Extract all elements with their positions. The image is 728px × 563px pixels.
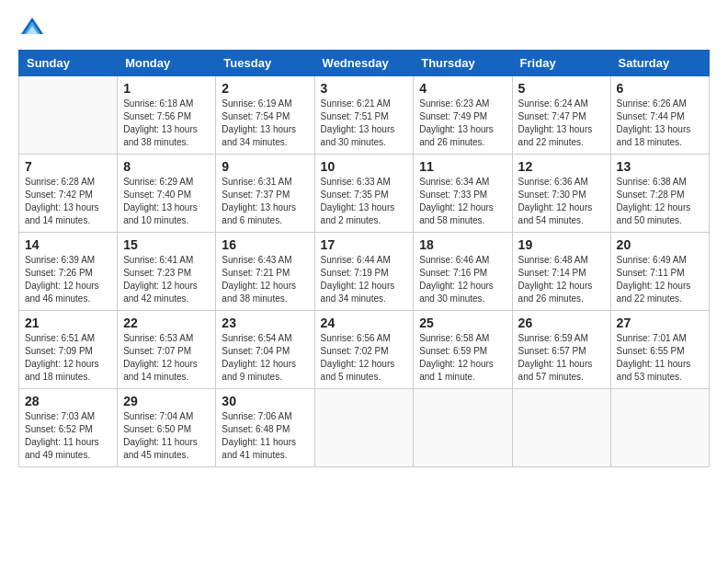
calendar-cell: 28Sunrise: 7:03 AMSunset: 6:52 PMDayligh…: [19, 389, 118, 467]
day-info: Sunrise: 6:31 AMSunset: 7:37 PMDaylight:…: [222, 176, 308, 227]
day-number: 20: [617, 237, 703, 252]
day-info: Sunrise: 6:36 AMSunset: 7:30 PMDaylight:…: [518, 176, 605, 227]
calendar-cell: 26Sunrise: 6:59 AMSunset: 6:57 PMDayligh…: [512, 311, 610, 389]
day-number: 6: [617, 81, 703, 96]
day-info: Sunrise: 6:56 AMSunset: 7:02 PMDaylight:…: [321, 332, 408, 384]
day-info: Sunrise: 6:53 AMSunset: 7:07 PMDaylight:…: [123, 332, 210, 384]
calendar-cell: 9Sunrise: 6:31 AMSunset: 7:37 PMDaylight…: [216, 155, 314, 233]
calendar-cell: 13Sunrise: 6:38 AMSunset: 7:28 PMDayligh…: [610, 155, 709, 233]
day-number: 30: [222, 394, 308, 408]
day-info: Sunrise: 6:48 AMSunset: 7:14 PMDaylight:…: [518, 254, 605, 305]
calendar-cell: 25Sunrise: 6:58 AMSunset: 6:59 PMDayligh…: [414, 311, 512, 389]
day-number: 29: [123, 394, 210, 408]
day-info: Sunrise: 6:24 AMSunset: 7:47 PMDaylight:…: [518, 98, 605, 149]
day-number: 7: [25, 159, 111, 174]
calendar-cell: 3Sunrise: 6:21 AMSunset: 7:51 PMDaylight…: [314, 76, 414, 155]
day-info: Sunrise: 7:06 AMSunset: 6:48 PMDaylight:…: [222, 410, 308, 462]
day-number: 2: [222, 81, 308, 96]
day-info: Sunrise: 6:44 AMSunset: 7:19 PMDaylight:…: [321, 254, 408, 305]
calendar-cell: 6Sunrise: 6:26 AMSunset: 7:44 PMDaylight…: [610, 76, 709, 155]
day-number: 17: [321, 237, 408, 252]
day-info: Sunrise: 6:34 AMSunset: 7:33 PMDaylight:…: [419, 176, 506, 227]
day-info: Sunrise: 6:19 AMSunset: 7:54 PMDaylight:…: [222, 98, 308, 149]
day-number: 3: [321, 81, 408, 96]
day-info: Sunrise: 6:29 AMSunset: 7:40 PMDaylight:…: [123, 176, 210, 227]
day-number: 24: [321, 316, 408, 330]
calendar-cell: [314, 389, 414, 467]
calendar-cell: 22Sunrise: 6:53 AMSunset: 7:07 PMDayligh…: [118, 311, 216, 389]
day-number: 15: [123, 237, 210, 252]
day-number: 4: [419, 81, 506, 96]
calendar-cell: 21Sunrise: 6:51 AMSunset: 7:09 PMDayligh…: [19, 311, 118, 389]
day-number: 26: [518, 316, 605, 330]
column-header-friday: Friday: [512, 51, 610, 76]
calendar-cell: 18Sunrise: 6:46 AMSunset: 7:16 PMDayligh…: [414, 233, 512, 311]
day-number: 22: [123, 316, 210, 330]
day-info: Sunrise: 6:49 AMSunset: 7:11 PMDaylight:…: [617, 254, 703, 305]
day-info: Sunrise: 6:18 AMSunset: 7:56 PMDaylight:…: [123, 98, 210, 149]
day-info: Sunrise: 7:04 AMSunset: 6:50 PMDaylight:…: [123, 410, 210, 462]
column-header-monday: Monday: [118, 51, 216, 76]
calendar-cell: 20Sunrise: 6:49 AMSunset: 7:11 PMDayligh…: [610, 233, 709, 311]
calendar-cell: 1Sunrise: 6:18 AMSunset: 7:56 PMDaylight…: [118, 76, 216, 155]
calendar-cell: 7Sunrise: 6:28 AMSunset: 7:42 PMDaylight…: [19, 155, 118, 233]
day-number: 1: [123, 81, 210, 96]
day-number: 8: [123, 159, 210, 174]
day-info: Sunrise: 6:46 AMSunset: 7:16 PMDaylight:…: [419, 254, 506, 305]
day-number: 9: [222, 159, 308, 174]
day-info: Sunrise: 6:39 AMSunset: 7:26 PMDaylight:…: [25, 254, 111, 305]
day-number: 12: [518, 159, 605, 174]
calendar-table: SundayMondayTuesdayWednesdayThursdayFrid…: [18, 50, 710, 467]
calendar-cell: 14Sunrise: 6:39 AMSunset: 7:26 PMDayligh…: [19, 233, 118, 311]
calendar-week-row: 28Sunrise: 7:03 AMSunset: 6:52 PMDayligh…: [19, 389, 710, 467]
day-number: 5: [518, 81, 605, 96]
day-info: Sunrise: 6:54 AMSunset: 7:04 PMDaylight:…: [222, 332, 308, 384]
calendar-cell: [512, 389, 610, 467]
logo: [18, 15, 50, 42]
calendar-week-row: 14Sunrise: 6:39 AMSunset: 7:26 PMDayligh…: [19, 233, 710, 311]
calendar-cell: 30Sunrise: 7:06 AMSunset: 6:48 PMDayligh…: [216, 389, 314, 467]
page-header: [18, 15, 710, 42]
calendar-cell: 24Sunrise: 6:56 AMSunset: 7:02 PMDayligh…: [314, 311, 414, 389]
calendar-cell: 2Sunrise: 6:19 AMSunset: 7:54 PMDaylight…: [216, 76, 314, 155]
day-info: Sunrise: 7:03 AMSunset: 6:52 PMDaylight:…: [25, 410, 111, 462]
day-number: 18: [419, 237, 506, 252]
day-info: Sunrise: 6:21 AMSunset: 7:51 PMDaylight:…: [321, 98, 408, 149]
day-info: Sunrise: 6:28 AMSunset: 7:42 PMDaylight:…: [25, 176, 111, 227]
day-info: Sunrise: 6:33 AMSunset: 7:35 PMDaylight:…: [321, 176, 408, 227]
column-header-sunday: Sunday: [19, 51, 118, 76]
day-number: 25: [419, 316, 506, 330]
calendar-cell: 11Sunrise: 6:34 AMSunset: 7:33 PMDayligh…: [414, 155, 512, 233]
day-info: Sunrise: 6:51 AMSunset: 7:09 PMDaylight:…: [25, 332, 111, 384]
calendar-cell: 12Sunrise: 6:36 AMSunset: 7:30 PMDayligh…: [512, 155, 610, 233]
column-header-wednesday: Wednesday: [314, 51, 414, 76]
day-info: Sunrise: 6:26 AMSunset: 7:44 PMDaylight:…: [617, 98, 703, 149]
day-number: 21: [25, 316, 111, 330]
calendar-cell: 29Sunrise: 7:04 AMSunset: 6:50 PMDayligh…: [118, 389, 216, 467]
calendar-week-row: 21Sunrise: 6:51 AMSunset: 7:09 PMDayligh…: [19, 311, 710, 389]
calendar-cell: 19Sunrise: 6:48 AMSunset: 7:14 PMDayligh…: [512, 233, 610, 311]
calendar-cell: 4Sunrise: 6:23 AMSunset: 7:49 PMDaylight…: [414, 76, 512, 155]
day-number: 19: [518, 237, 605, 252]
calendar-cell: 5Sunrise: 6:24 AMSunset: 7:47 PMDaylight…: [512, 76, 610, 155]
calendar-cell: [610, 389, 709, 467]
calendar-cell: 16Sunrise: 6:43 AMSunset: 7:21 PMDayligh…: [216, 233, 314, 311]
column-header-tuesday: Tuesday: [216, 51, 314, 76]
day-info: Sunrise: 7:01 AMSunset: 6:55 PMDaylight:…: [617, 332, 703, 384]
day-info: Sunrise: 6:38 AMSunset: 7:28 PMDaylight:…: [617, 176, 703, 227]
day-number: 10: [321, 159, 408, 174]
calendar-header-row: SundayMondayTuesdayWednesdayThursdayFrid…: [19, 51, 710, 76]
day-number: 28: [25, 394, 111, 408]
day-number: 11: [419, 159, 506, 174]
logo-icon: [18, 15, 46, 42]
day-number: 23: [222, 316, 308, 330]
column-header-saturday: Saturday: [610, 51, 709, 76]
day-number: 16: [222, 237, 308, 252]
day-info: Sunrise: 6:43 AMSunset: 7:21 PMDaylight:…: [222, 254, 308, 305]
calendar-cell: 10Sunrise: 6:33 AMSunset: 7:35 PMDayligh…: [314, 155, 414, 233]
day-number: 13: [617, 159, 703, 174]
day-info: Sunrise: 6:41 AMSunset: 7:23 PMDaylight:…: [123, 254, 210, 305]
day-info: Sunrise: 6:58 AMSunset: 6:59 PMDaylight:…: [419, 332, 506, 384]
calendar-cell: 17Sunrise: 6:44 AMSunset: 7:19 PMDayligh…: [314, 233, 414, 311]
calendar-cell: 23Sunrise: 6:54 AMSunset: 7:04 PMDayligh…: [216, 311, 314, 389]
